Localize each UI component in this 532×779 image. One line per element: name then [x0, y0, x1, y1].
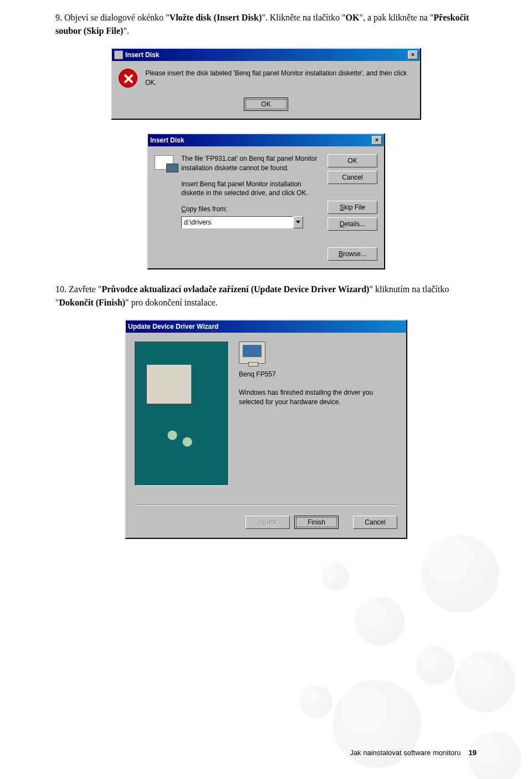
dialog2-browse-button[interactable]: Browse...	[328, 247, 377, 261]
dialog1-titlebar[interactable]: Insert Disk ×	[112, 49, 420, 61]
wizard-separator	[135, 505, 397, 506]
step-9-num: 9.	[55, 13, 62, 22]
dialog2-cancel-button[interactable]: Cancel	[328, 171, 377, 184]
footer-page-number: 19	[469, 749, 477, 757]
copy-files-label: Copy files from:	[181, 205, 227, 213]
dialog2-line1: The file 'FP931.cat' on Benq flat panel …	[181, 154, 320, 173]
insert-disk-dialog-2: Insert Disk × The file 'FP931.cat' on Be…	[147, 133, 385, 269]
step-10-num: 10.	[55, 284, 66, 294]
copy-path-combo[interactable]	[181, 216, 303, 228]
monitor-icon	[239, 342, 265, 364]
dialog1-ok-button[interactable]: OK	[244, 98, 288, 111]
wizard-title: Update Device Driver Wizard	[128, 323, 218, 330]
wizard-finish-button[interactable]: Finish	[294, 516, 339, 529]
wizard-titlebar[interactable]: Update Device Driver Wizard	[126, 320, 406, 333]
floppy-icon	[155, 155, 173, 170]
dialog1-message: Please insert the disk labeled 'Benq fla…	[145, 69, 413, 88]
wizard-illustration	[135, 342, 229, 486]
dialog1-close-button[interactable]: ×	[408, 50, 418, 59]
dialog2-close-button[interactable]: ×	[372, 136, 382, 145]
dialog2-ok-button[interactable]: OK	[328, 154, 377, 167]
error-icon	[119, 69, 137, 88]
page-footer: Jak nainstalovat software monitoru 19	[0, 749, 532, 757]
dialog2-line2: Insert Benq flat panel Monitor installat…	[181, 180, 320, 198]
dialog2-titlebar[interactable]: Insert Disk ×	[148, 134, 384, 146]
update-driver-wizard-dialog: Update Device Driver Wizard Benq FP557 W…	[125, 319, 407, 539]
wizard-cancel-button[interactable]: Cancel	[353, 516, 397, 529]
dialog1-app-icon	[114, 50, 123, 59]
wizard-back-button: < Back	[245, 516, 290, 529]
dialog2-title: Insert Disk	[150, 136, 184, 144]
dialog1-title: Insert Disk	[125, 51, 159, 59]
wizard-device-name: Benq FP557	[239, 370, 397, 378]
insert-disk-dialog-1: Insert Disk × Please insert the disk lab…	[111, 48, 421, 120]
dialog2-details-button[interactable]: Details...	[328, 217, 377, 231]
step-9-instruction: 9. Objeví se dialogové okénko "Vložte di…	[55, 11, 477, 38]
combo-dropdown-button[interactable]	[293, 216, 303, 228]
footer-text: Jak nainstalovat software monitoru	[350, 749, 461, 757]
dialog2-skip-file-button[interactable]: Skip File	[328, 201, 377, 214]
step-10-instruction: 10. Zavřete "Průvodce aktualizací ovlada…	[55, 283, 477, 309]
wizard-message: Windows has finished installing the driv…	[239, 388, 397, 407]
copy-path-input[interactable]	[181, 216, 293, 228]
